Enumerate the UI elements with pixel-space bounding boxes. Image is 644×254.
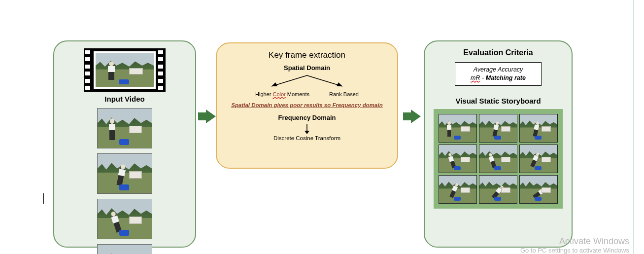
activate-windows-watermark: Activate Windows Go to PC settings to ac… <box>520 236 629 254</box>
average-accuracy-label: Average Accuracy <box>459 66 537 74</box>
spatial-branch-labels: Higher Color Moments Rank Based <box>226 91 388 97</box>
storyboard-frame <box>439 114 477 143</box>
storyboard-title: Visual Static Storyboard <box>432 97 565 105</box>
input-video-label: Input Video <box>59 95 190 103</box>
branch-arrows <box>226 74 388 90</box>
text-cursor: | <box>42 191 45 204</box>
keyframe-extraction-box: Key frame extraction Spatial Domain High… <box>216 42 398 169</box>
storyboard-frame <box>479 114 517 143</box>
diagram-canvas: | Input Video Video Frame Sampling Key f… <box>0 0 644 254</box>
sample-frame <box>97 199 152 239</box>
sampled-frames-grid <box>59 108 190 254</box>
storyboard-frame <box>519 175 558 204</box>
evaluation-metrics-box: Average Accuracy mR - Matching rate <box>455 62 542 86</box>
storyboard-frame <box>479 175 517 204</box>
sample-frame <box>97 153 152 194</box>
watermark-line1: Activate Windows <box>520 236 629 247</box>
watermark-line2: Go to PC settings to activate Windows <box>520 247 629 254</box>
frequency-domain-heading: Frequency Domain <box>226 114 388 121</box>
storyboard-frame <box>519 145 558 173</box>
storyboard-frame <box>439 175 477 204</box>
svg-line-0 <box>271 75 307 86</box>
svg-line-2 <box>307 75 342 86</box>
filmstrip-frame-thumb <box>96 53 154 87</box>
right-guide-rule <box>633 0 634 254</box>
keyframe-title: Key frame extraction <box>226 50 388 60</box>
spatial-domain-heading: Spatial Domain <box>226 64 388 72</box>
matching-rate-label: mR - Matching rate <box>459 74 537 82</box>
spatial-note: Spatial Domain gives poor results so Fre… <box>226 102 388 108</box>
evaluation-criteria-title: Evaluation Criteria <box>432 48 565 57</box>
sample-frame <box>97 108 152 148</box>
evaluation-box: Evaluation Criteria Average Accuracy mR … <box>424 40 573 248</box>
rank-based-label: Rank Based <box>329 91 359 97</box>
filmstrip-icon <box>84 48 166 92</box>
svg-marker-1 <box>271 82 277 86</box>
higher-color-moments-label: Higher Color Moments <box>255 91 309 97</box>
storyboard-frame <box>439 145 477 173</box>
storyboard-frame <box>479 145 517 173</box>
storyboard-frame <box>519 114 558 143</box>
dct-label: Discrete Cosine Transform <box>226 135 388 141</box>
sample-frame <box>97 244 152 254</box>
input-video-box: Input Video Video Frame Sampling <box>53 40 196 248</box>
down-arrow-icon <box>226 124 388 134</box>
svg-marker-5 <box>305 131 309 134</box>
storyboard-panel <box>434 109 563 209</box>
svg-marker-3 <box>337 82 342 86</box>
